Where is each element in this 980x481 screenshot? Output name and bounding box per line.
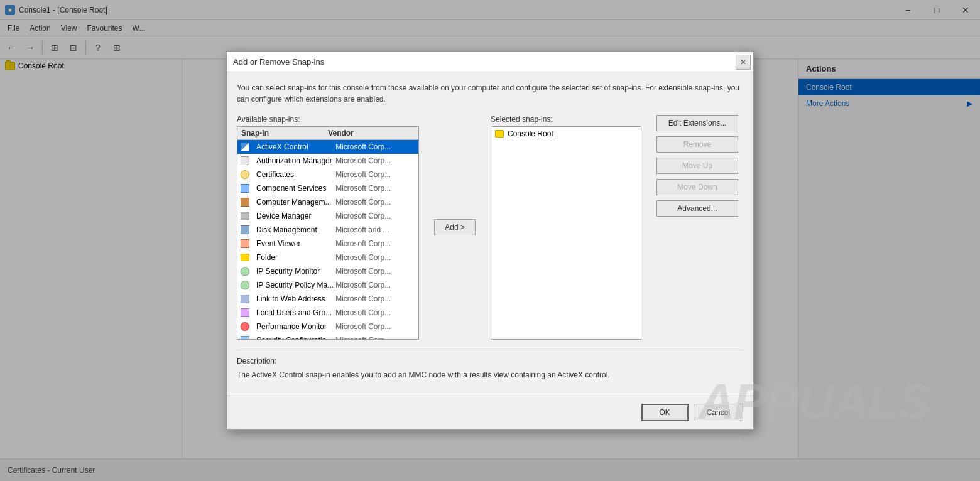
add-btn-area: Add >: [429, 219, 481, 235]
snapin-vendor-localusers: Microsoft Corp...: [335, 308, 416, 317]
snapin-row-compmgmt[interactable]: Computer Managem... Microsoft Corp...: [237, 195, 418, 209]
secconfig-icon: [240, 335, 250, 340]
available-snapins-section: Available snap-ins: Snap-in Vendor Activ…: [237, 115, 419, 340]
snapin-row-ipsecpolicy[interactable]: IP Security Policy Ma... Microsoft Corp.…: [237, 278, 418, 292]
localusers-icon: [240, 308, 250, 318]
compservices-icon: [240, 183, 250, 193]
dialog-title-bar: Add or Remove Snap-ins ✕: [227, 52, 753, 72]
snapin-row-secconfig[interactable]: Security Configuratio... Microsoft Corp.…: [237, 333, 418, 340]
snapin-vendor-ipsecpolicy: Microsoft Corp...: [335, 281, 416, 289]
dialog-columns: Available snap-ins: Snap-in Vendor Activ…: [237, 115, 743, 340]
snapin-name-folder: Folder: [255, 253, 335, 262]
dialog-overlay: Add or Remove Snap-ins ✕ You can select …: [0, 0, 980, 481]
snapin-vendor-diskmgmt: Microsoft and ...: [335, 225, 416, 234]
snapin-vendor-compmgmt: Microsoft Corp...: [335, 198, 416, 207]
remove-button[interactable]: Remove: [656, 136, 738, 153]
snapin-vendor-linkweb: Microsoft Corp...: [335, 295, 416, 303]
snapin-vendor-perfmon: Microsoft Corp...: [335, 322, 416, 331]
dialog-description: You can select snap-ins for this console…: [237, 82, 743, 105]
snapin-name-diskmgmt: Disk Management: [255, 225, 335, 234]
compmgmt-icon: [240, 197, 250, 207]
description-section: Description: The ActiveX Control snap-in…: [237, 350, 743, 381]
snapin-row-compservices[interactable]: Component Services Microsoft Corp...: [237, 181, 418, 195]
snapin-name-certs: Certificates: [255, 170, 335, 179]
snapin-name-compmgmt: Computer Managem...: [255, 198, 335, 207]
consoleroot-icon: [495, 130, 504, 138]
snapin-vendor-activex: Microsoft Corp...: [335, 143, 416, 151]
cancel-button[interactable]: Cancel: [694, 404, 743, 421]
selected-list-box[interactable]: Console Root: [491, 126, 641, 340]
certs-icon: [240, 170, 250, 180]
snapin-vendor-secconfig: Microsoft Corp...: [335, 336, 416, 340]
authmanager-icon: [240, 156, 250, 166]
snapin-name-perfmon: Performance Monitor: [255, 322, 335, 331]
description-text: The ActiveX Control snap-in enables you …: [237, 369, 743, 381]
snapin-name-eventviewer: Event Viewer: [255, 239, 335, 248]
move-down-button[interactable]: Move Down: [656, 179, 738, 195]
dialog-footer: OK Cancel: [227, 396, 753, 429]
add-button[interactable]: Add >: [434, 219, 476, 235]
snapin-name-linkweb: Link to Web Address: [255, 295, 335, 303]
snapin-vendor-ipsecmon: Microsoft Corp...: [335, 267, 416, 276]
snapin-row-perfmon[interactable]: Performance Monitor Microsoft Corp...: [237, 320, 418, 333]
snapin-vendor-certs: Microsoft Corp...: [335, 170, 416, 179]
snapin-row-folder[interactable]: Folder Microsoft Corp...: [237, 251, 418, 264]
snapin-vendor-eventviewer: Microsoft Corp...: [335, 239, 416, 248]
snapin-vendor-folder: Microsoft Corp...: [335, 253, 416, 262]
snapin-name-activex: ActiveX Control: [255, 143, 335, 151]
selected-snapins-section: Selected snap-ins: Console Root: [491, 115, 641, 340]
available-label: Available snap-ins:: [237, 115, 419, 124]
linkweb-icon: [240, 294, 250, 304]
selected-item-consoleroot[interactable]: Console Root: [491, 127, 641, 141]
snapin-name-ipsecpolicy: IP Security Policy Ma...: [255, 281, 335, 289]
col-vendor: Vendor: [328, 129, 415, 138]
snapin-row-eventviewer[interactable]: Event Viewer Microsoft Corp...: [237, 237, 418, 251]
eventviewer-icon: [240, 239, 250, 249]
snapin-list-box[interactable]: Snap-in Vendor ActiveX Control Microsoft…: [237, 126, 419, 340]
snapin-row-devmgr[interactable]: Device Manager Microsoft Corp...: [237, 209, 418, 223]
snapin-row-linkweb[interactable]: Link to Web Address Microsoft Corp...: [237, 292, 418, 306]
snapin-row-activex[interactable]: ActiveX Control Microsoft Corp...: [237, 140, 418, 154]
dialog-close-button[interactable]: ✕: [736, 55, 751, 70]
ipsecpolicy-icon: [240, 280, 250, 290]
perfmon-icon: [240, 322, 250, 332]
snapin-row-certs[interactable]: Certificates Microsoft Corp...: [237, 168, 418, 181]
snapin-name-ipsecmon: IP Security Monitor: [255, 267, 335, 276]
folder-snap-icon: [240, 252, 250, 262]
activex-icon: [240, 142, 250, 152]
dialog-title: Add or Remove Snap-ins: [233, 57, 324, 67]
action-buttons: Edit Extensions... Remove Move Up Move D…: [651, 115, 743, 328]
dialog-body: You can select snap-ins for this console…: [227, 72, 753, 391]
snapin-row-diskmgmt[interactable]: Disk Management Microsoft and ...: [237, 223, 418, 237]
snapin-name-localusers: Local Users and Gro...: [255, 308, 335, 317]
snapin-name-authmanager: Authorization Manager: [255, 156, 335, 165]
selected-label: Selected snap-ins:: [491, 115, 641, 124]
add-remove-snapins-dialog: Add or Remove Snap-ins ✕ You can select …: [226, 51, 754, 430]
edit-extensions-button[interactable]: Edit Extensions...: [656, 115, 738, 131]
col-snapin: Snap-in: [241, 129, 328, 138]
diskmgmt-icon: [240, 225, 250, 235]
snapin-vendor-authmanager: Microsoft Corp...: [335, 156, 416, 165]
snapin-name-secconfig: Security Configuratio...: [255, 336, 335, 340]
snapin-vendor-devmgr: Microsoft Corp...: [335, 212, 416, 220]
snapin-name-compservices: Component Services: [255, 184, 335, 193]
ok-button[interactable]: OK: [641, 404, 689, 421]
advanced-button[interactable]: Advanced...: [656, 200, 738, 217]
snapin-row-localusers[interactable]: Local Users and Gro... Microsoft Corp...: [237, 306, 418, 320]
selected-consoleroot-name: Console Root: [508, 129, 553, 138]
snapin-vendor-compservices: Microsoft Corp...: [335, 184, 416, 193]
devmgr-icon: [240, 211, 250, 221]
snapin-name-devmgr: Device Manager: [255, 212, 335, 220]
snapin-header: Snap-in Vendor: [237, 127, 418, 140]
snapin-row-ipsecmon[interactable]: IP Security Monitor Microsoft Corp...: [237, 264, 418, 278]
description-label: Description:: [237, 357, 743, 365]
snapin-row-authmanager[interactable]: Authorization Manager Microsoft Corp...: [237, 154, 418, 168]
ipsecmon-icon: [240, 266, 250, 276]
move-up-button[interactable]: Move Up: [656, 158, 738, 174]
